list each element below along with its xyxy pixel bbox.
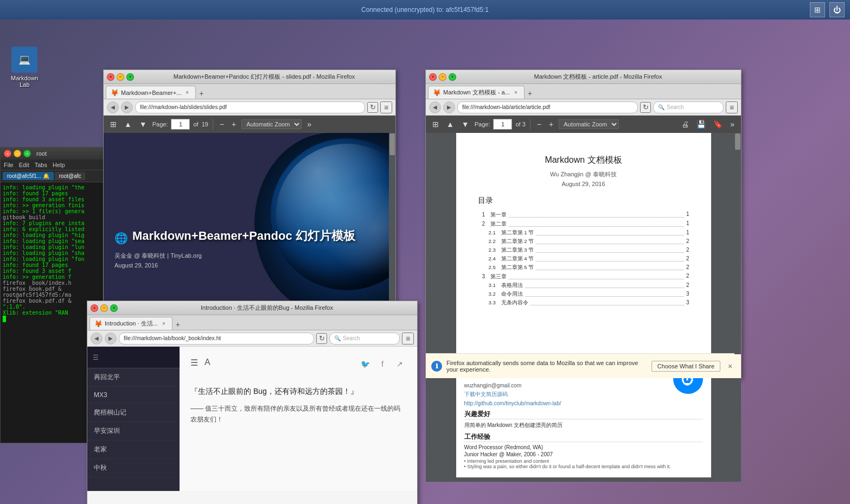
slides-zoom-in-btn[interactable]: + bbox=[229, 119, 238, 130]
slides-zoom-select[interactable]: Automatic Zoom bbox=[241, 119, 302, 129]
book-new-tab-btn[interactable]: + bbox=[172, 319, 183, 330]
terminal-menu-edit[interactable]: Edit bbox=[19, 162, 29, 168]
terminal-tab-1[interactable]: root@afc5f1... 🔔 bbox=[3, 172, 54, 180]
vnc-power-btn[interactable]: ⏻ bbox=[829, 2, 845, 17]
book-window-title: Introduction · 生活不止眼前的Bug - Mozilla Fire… bbox=[120, 304, 414, 312]
book-nav-item-1[interactable]: 再回北平 bbox=[87, 368, 180, 387]
article-page-input[interactable]: 1 bbox=[493, 119, 512, 130]
article-menu-btn[interactable]: ≡ bbox=[726, 101, 738, 113]
vnc-settings-btn[interactable]: ⊞ bbox=[810, 2, 825, 17]
choose-what-share-btn[interactable]: Choose What I Share bbox=[651, 361, 720, 372]
slides-prev-btn[interactable]: ▲ bbox=[122, 119, 134, 130]
book-browser-tabs: 🦊 Introduction · 生活... × + bbox=[87, 315, 417, 330]
book-twitter-icon[interactable]: 🐦 bbox=[359, 358, 372, 371]
book-max-btn[interactable]: + bbox=[110, 304, 118, 312]
book-min-btn[interactable]: − bbox=[100, 304, 108, 312]
terminal-close-btn[interactable]: × bbox=[4, 150, 11, 157]
article-sidebar-btn[interactable]: ⊞ bbox=[430, 119, 441, 130]
book-search-bar[interactable]: 🔍 Search bbox=[329, 333, 400, 344]
article-more-btn[interactable]: » bbox=[728, 119, 737, 130]
article-new-tab-btn[interactable]: + bbox=[525, 88, 535, 99]
article-close-btn[interactable]: × bbox=[429, 73, 437, 81]
article-search-bar[interactable]: 🔍 Search bbox=[653, 101, 724, 113]
article-reload-btn[interactable]: ↻ bbox=[640, 102, 651, 113]
toc-item-3-3: 3.3 无条内容令3 bbox=[478, 299, 689, 307]
article-prev-btn[interactable]: ▲ bbox=[444, 119, 456, 130]
book-address-bar[interactable]: file:///markdown-lab/book/_book/index.ht bbox=[119, 333, 314, 344]
slides-menu-btn[interactable]: ≡ bbox=[380, 101, 392, 113]
resume-github-link[interactable]: http://github.com/tinyclub/markdown-lab/ bbox=[464, 400, 703, 406]
article-print-btn[interactable]: 🖨 bbox=[679, 119, 691, 130]
article-zoom-out-btn[interactable]: − bbox=[535, 119, 544, 130]
article-tab[interactable]: 🦊 Markdown 文档模板 - a... × bbox=[428, 86, 525, 99]
slides-min-btn[interactable]: − bbox=[117, 73, 124, 81]
firefox-article-window: × − + Markdown 文档模板 - article.pdf - Mozi… bbox=[425, 69, 742, 379]
book-nav-item-6[interactable]: 中秋 bbox=[87, 459, 180, 477]
book-search-placeholder: Search bbox=[343, 335, 360, 341]
slides-next-btn[interactable]: ▼ bbox=[137, 119, 149, 130]
book-back-btn[interactable]: ◀ bbox=[91, 333, 103, 344]
toc-item-2-1: 2.1 第二章第 1 节1 bbox=[478, 229, 689, 237]
book-nav-item-2[interactable]: MX3 bbox=[87, 387, 180, 404]
book-nav-item-3[interactable]: 爬梧桐山记 bbox=[87, 404, 180, 422]
book-reload-btn[interactable]: ↻ bbox=[316, 333, 327, 344]
slides-sidebar-btn[interactable]: ⊞ bbox=[108, 119, 119, 130]
slides-pdf-content: 🌐 Markdown+Beamer+Pandoc 幻灯片模板 吴金金 @ 泰晓科… bbox=[104, 133, 395, 314]
book-menu-btn[interactable]: ≡ bbox=[402, 333, 414, 344]
book-tab-close[interactable]: × bbox=[160, 320, 168, 328]
slides-page-of: of bbox=[193, 121, 198, 127]
slides-tab[interactable]: 🦊 Markdown+Beamer+... × bbox=[106, 86, 196, 99]
book-share-icon[interactable]: ↗ bbox=[393, 358, 406, 371]
markdown-lab-icon-img: 💻 bbox=[11, 47, 37, 73]
resume-download-link[interactable]: 下载中文简历源码 bbox=[464, 391, 703, 398]
article-bookmark-btn[interactable]: 🔖 bbox=[711, 119, 725, 130]
article-forward-btn[interactable]: ▶ bbox=[443, 101, 455, 113]
slides-tab-close[interactable]: × bbox=[183, 89, 191, 97]
slides-forward-btn[interactable]: ▶ bbox=[121, 101, 133, 113]
book-nav-item-4[interactable]: 早安深圳 bbox=[87, 422, 180, 441]
article-pdf-page: Markdown 文档模板 Wu Zhangjin @ 泰晓科技 August … bbox=[456, 133, 711, 354]
terminal-tab-2[interactable]: root@afc bbox=[55, 172, 86, 180]
markdown-lab-icon[interactable]: 💻 MarkdownLab bbox=[11, 47, 39, 88]
slides-page-total: 19 bbox=[202, 121, 208, 127]
book-facebook-icon[interactable]: f bbox=[376, 358, 389, 371]
book-tab[interactable]: 🦊 Introduction · 生活... × bbox=[90, 317, 172, 330]
slides-address-bar[interactable]: file:///markdown-lab/slides/slides.pdf bbox=[135, 101, 365, 113]
article-tab-close[interactable]: × bbox=[512, 89, 520, 97]
article-scrollbar[interactable] bbox=[734, 133, 741, 354]
slides-page-input[interactable]: 1 bbox=[171, 119, 190, 130]
slide-title: Markdown+Beamer+Pandoc 幻灯片模板 bbox=[132, 228, 355, 244]
article-min-btn[interactable]: − bbox=[439, 73, 446, 81]
slides-zoom-out-btn[interactable]: − bbox=[218, 119, 226, 130]
article-zoom-select[interactable]: Automatic Zoom bbox=[559, 119, 619, 129]
book-forward-btn[interactable]: ▶ bbox=[105, 333, 117, 344]
article-title: Markdown 文档模板 bbox=[478, 155, 689, 166]
article-next-btn[interactable]: ▼ bbox=[459, 119, 471, 130]
terminal-titlebar: × − + root bbox=[1, 148, 105, 160]
article-zoom-in-btn[interactable]: + bbox=[547, 119, 555, 130]
slides-scrollbar[interactable] bbox=[389, 133, 395, 314]
book-close-btn[interactable]: × bbox=[91, 304, 98, 312]
article-back-btn[interactable]: ◀ bbox=[429, 101, 441, 113]
terminal-menu-file[interactable]: File bbox=[4, 162, 14, 168]
slides-close-btn[interactable]: × bbox=[107, 73, 114, 81]
terminal-max-btn[interactable]: + bbox=[23, 150, 31, 157]
markdown-lab-label: MarkdownLab bbox=[11, 75, 39, 88]
terminal-min-btn[interactable]: − bbox=[14, 150, 21, 157]
slides-browser-tabs: 🦊 Markdown+Beamer+... × + bbox=[104, 84, 395, 99]
slides-max-btn[interactable]: + bbox=[126, 73, 134, 81]
terminal-menu-help[interactable]: Help bbox=[53, 162, 65, 168]
slides-new-tab-btn[interactable]: + bbox=[196, 88, 207, 99]
book-url: file:///markdown-lab/book/_book/index.ht bbox=[124, 335, 221, 341]
slides-reload-btn[interactable]: ↻ bbox=[367, 102, 378, 113]
slides-back-btn[interactable]: ◀ bbox=[107, 101, 119, 113]
article-save-btn[interactable]: 💾 bbox=[694, 119, 708, 130]
article-address-bar[interactable]: file:///markdown-lab/article/article.pdf bbox=[457, 101, 638, 113]
terminal-menu-tabs[interactable]: Tabs bbox=[35, 162, 47, 168]
book-toc-icon[interactable]: ☰ bbox=[190, 358, 198, 368]
slides-more-btn[interactable]: » bbox=[305, 119, 314, 130]
article-max-btn[interactable]: + bbox=[449, 73, 456, 81]
book-nav-item-5[interactable]: 老家 bbox=[87, 441, 180, 459]
book-font-icon[interactable]: A bbox=[204, 358, 210, 368]
notification-close-btn[interactable]: × bbox=[725, 361, 736, 372]
